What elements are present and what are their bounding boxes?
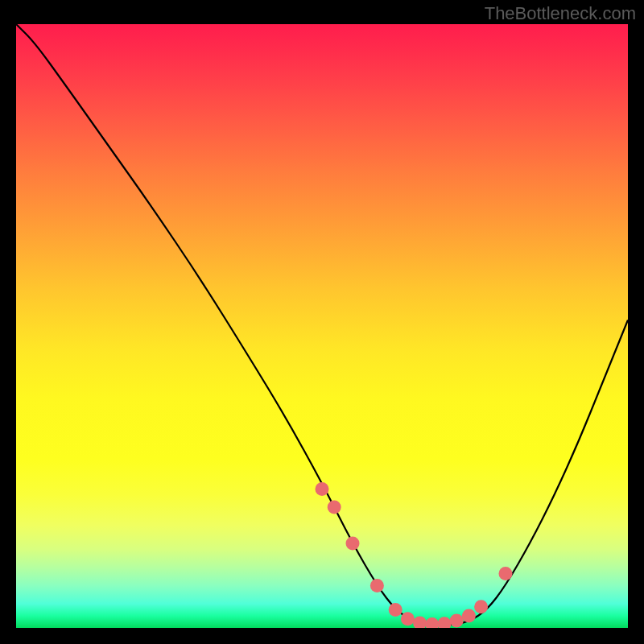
data-marker bbox=[316, 482, 329, 496]
bottleneck-curve-line bbox=[16, 24, 628, 625]
data-marker bbox=[438, 617, 452, 628]
marker-group bbox=[316, 482, 513, 628]
data-marker bbox=[389, 603, 402, 617]
data-marker bbox=[328, 501, 341, 514]
data-marker bbox=[499, 567, 513, 580]
data-marker bbox=[346, 537, 360, 551]
data-marker bbox=[413, 617, 427, 629]
data-marker bbox=[370, 579, 384, 592]
attribution-text: TheBottleneck.com bbox=[485, 3, 636, 24]
chart-svg bbox=[16, 24, 628, 628]
data-marker bbox=[474, 600, 488, 613]
data-marker bbox=[462, 609, 476, 623]
data-marker bbox=[450, 614, 464, 628]
chart-plot-area bbox=[16, 24, 628, 628]
data-marker bbox=[401, 612, 415, 625]
data-marker bbox=[425, 617, 439, 628]
